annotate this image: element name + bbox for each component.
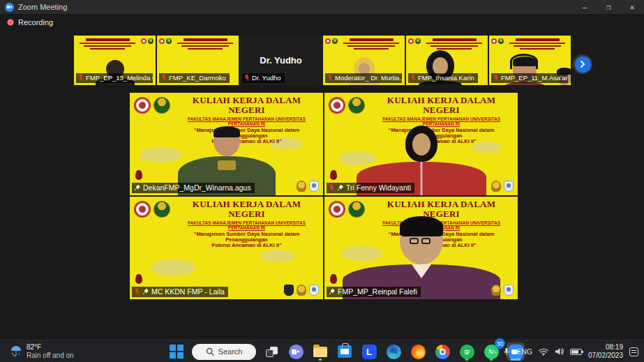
university-logo-icon [159,38,165,44]
chrome-icon [435,345,450,359]
file-explorer-icon [313,347,327,357]
spotify-button[interactable] [458,342,476,361]
tray-time: 08:19 [588,343,623,352]
participant-name: MC KKDN FMP - Laila [151,287,225,296]
muted-mic-icon [244,74,250,82]
video-thumbnail-yudho[interactable]: Dr. Yudho Dr. Yudho [240,36,322,85]
notification-center-icon[interactable] [629,347,638,356]
participant-name: FMP_EP_13_Melinda O... [86,74,153,82]
map-graphic [260,250,295,262]
faculty-logo-icon [166,38,172,44]
hidden-icons-chevron[interactable] [488,349,497,354]
university-logo-icon [329,97,345,114]
line-app-button[interactable]: L [360,342,378,361]
next-participants-button[interactable] [575,56,591,73]
recording-indicator[interactable]: Recording [7,18,53,27]
spotify-icon [460,345,474,359]
participant-name: Tri Fenny Widayanti [346,183,411,192]
banner-text-lines [76,38,139,50]
video-tile-laila[interactable]: KULIAH KERJA DALAM NEGERI FAKULTAS MANAJ… [130,197,323,299]
participant-name-tag: Tri Fenny Widayanti [327,183,414,193]
participant-name: DekanFMP_MgDr_Winarna.agus [143,183,251,192]
teams-chat-button[interactable] [287,342,305,361]
video-tile-reinpal[interactable]: KULIAH KERJA DALAM NEGERI FAKULTAS MANAJ… [324,197,518,299]
firefox-button[interactable] [409,342,427,361]
chrome-button[interactable] [433,342,451,361]
muted-mic-icon [134,287,140,296]
minimize-button[interactable]: – [573,0,597,14]
tray-date: 07/02/2023 [588,352,623,361]
banner-quote-line2: Potensi Ancaman di ALKI II” [174,243,319,248]
participant-name: Dr. Yudho [252,74,281,82]
teams-chat-icon [289,345,304,359]
participant-name: FMP_EP_11_M.Asa'ari ... [501,74,568,82]
banner-text-lines [423,38,486,50]
speaker-icon[interactable] [555,347,564,356]
weather-temperature: 82°F [27,343,74,352]
weather-widget[interactable]: 82°F Rain off and on [6,340,78,362]
language-indicator[interactable]: ENG [516,347,532,356]
wifi-icon[interactable] [539,348,548,356]
virtual-background-banner: KULIAH KERJA DALAM NEGERI FAKULTAS MANAJ… [130,197,323,249]
video-thumbnail-melinda[interactable]: FMP_EP_13_Melinda O... [74,36,156,85]
faculty-logo-icon [498,38,504,44]
video-thumbnail-moderator[interactable]: Moderator_ Dr. Murtia... [323,36,405,85]
shield-emblem-icon [309,181,319,192]
muted-mic-icon [78,74,84,82]
pin-icon [329,288,336,295]
muted-mic-icon [410,74,416,82]
title-bar: Zoom Meeting – ❐ ✕ [0,0,644,14]
banner-logos [134,97,170,145]
participant-name-tag: Moderator_ Dr. Murtia... [325,73,402,83]
clock-widget[interactable]: 08:19 07/02/2023 [588,343,623,361]
pin-icon [142,288,149,295]
microsoft-store-icon [338,345,352,358]
file-explorer-button[interactable] [311,342,329,361]
participant-name: FMP_MP_Reinpal Falefi [338,287,417,296]
wayang-ornament [330,274,337,284]
participant-name: FMP_Ihsania Karin [418,74,474,82]
shield-emblem-icon [504,285,514,296]
banner-subtitle: FAKULTAS MANAJEMEN PERTAHANAN UNIVERSITA… [369,116,514,126]
start-button[interactable] [167,342,186,361]
video-tile-trifenny[interactable]: KULIAH KERJA DALAM NEGERI FAKULTAS MANAJ… [324,93,518,195]
video-tile-dekan[interactable]: KULIAH KERJA DALAM NEGERI FAKULTAS MANAJ… [130,93,323,195]
running-indicator [465,359,469,361]
shield-emblem-icon [309,285,319,296]
gold-emblem-icon [297,181,306,192]
battery-icon[interactable] [570,349,582,355]
gold-emblem-icon [491,285,501,296]
video-thumbnail-darmoko[interactable]: FMP_KE_Darmoko [157,36,239,85]
rain-umbrella-icon [10,345,22,358]
windows-logo-icon [170,345,184,359]
chevron-right-icon [579,61,586,68]
university-logo-icon [408,38,414,44]
banner-text: KULIAH KERJA DALAM NEGERI FAKULTAS MANAJ… [174,199,319,249]
muted-mic-icon [329,183,335,192]
banner-title: KULIAH KERJA DALAM NEGERI [369,96,514,116]
maximize-button[interactable]: ❐ [597,0,620,14]
banner-logos [134,201,170,249]
weather-condition: Rain off and on [27,352,74,361]
banner-text-lines [174,38,237,50]
close-button[interactable]: ✕ [620,0,644,14]
running-indicator [319,359,322,361]
video-thumbnail-ihsania[interactable]: FMP_Ihsania Karin [406,36,488,85]
microphone-tray-icon[interactable] [503,347,510,356]
video-thumbnail-asaari[interactable]: FMP_EP_11_M.Asa'ari ... [489,36,571,85]
firefox-icon [411,345,426,359]
edge-button[interactable] [384,342,403,361]
map-graphic [151,259,195,276]
participant-name-tag: FMP_EP_11_M.Asa'ari ... [491,73,568,83]
muted-mic-icon [493,74,499,82]
search-input[interactable]: Search [192,344,256,360]
task-view-button[interactable] [262,342,280,361]
microsoft-store-button[interactable] [336,342,354,361]
pin-icon [134,184,141,191]
faculty-logo-icon [148,38,153,44]
virtual-background-banner [325,38,403,53]
virtual-background-banner [76,38,153,53]
pin-icon [337,184,344,191]
university-logo-icon [491,38,497,44]
banner-logos [325,38,338,44]
